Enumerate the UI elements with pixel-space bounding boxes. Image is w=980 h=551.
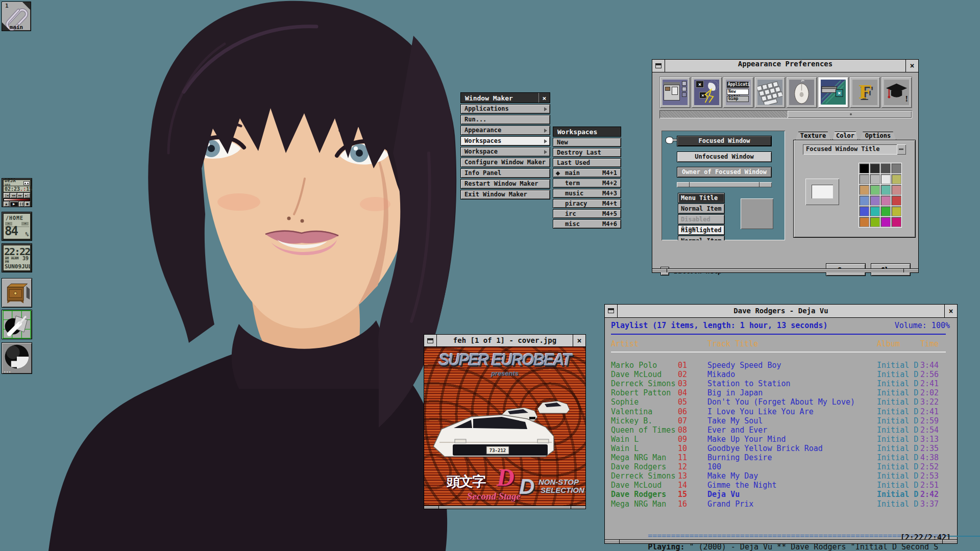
music-play-button[interactable]: ▶ bbox=[10, 202, 18, 207]
owner-window-sample[interactable]: Owner of Focused Window bbox=[677, 167, 772, 178]
miniaturize-button[interactable] bbox=[652, 60, 665, 72]
color-swatch-well[interactable] bbox=[805, 179, 839, 205]
track-row-10[interactable]: Wain L10Goodbye Yellow Brick RoadInitial… bbox=[605, 444, 957, 453]
submenu-item-new[interactable]: New bbox=[553, 138, 621, 147]
scrollbar-thumb[interactable] bbox=[788, 111, 912, 118]
workspace-clip[interactable]: 1 main bbox=[2, 2, 31, 31]
tab-texture[interactable]: Texture bbox=[795, 132, 831, 140]
track-row-09[interactable]: Wain L09Make Up Your MindInitial D3:13 bbox=[605, 435, 957, 444]
appearance-titlebar[interactable]: Appearance Preferences × bbox=[652, 60, 918, 72]
icon-row-scrollbar[interactable] bbox=[659, 110, 912, 118]
palette-color-5-1[interactable] bbox=[870, 217, 880, 227]
track-row-02[interactable]: Dave McLoud02MikadoInitial D2:56 bbox=[605, 370, 957, 379]
palette-color-1-3[interactable] bbox=[891, 174, 901, 184]
pref-tab-expert-icon[interactable]: ! bbox=[881, 77, 912, 108]
menu-item-appearance[interactable]: Appearance bbox=[460, 126, 550, 135]
submenu-item-destroy-last[interactable]: Destroy Last bbox=[553, 148, 621, 157]
close-button[interactable]: × bbox=[905, 60, 918, 72]
pref-tab-mouse-icon[interactable] bbox=[786, 77, 817, 108]
track-row-07[interactable]: Mickey B.07Take My SoulInitial D2:59 bbox=[605, 416, 957, 425]
workspace-item-music[interactable]: musicM4+3 bbox=[553, 189, 621, 198]
workspace-item-term[interactable]: termM4+2 bbox=[553, 179, 621, 188]
dock-icon-drawer[interactable] bbox=[2, 278, 32, 308]
menu-item-exit-window-maker[interactable]: Exit Window Maker bbox=[460, 190, 550, 199]
track-row-12[interactable]: Dave Rodgers12100Initial D2:52 bbox=[605, 462, 957, 471]
music-prev-track-button[interactable]: |◀ bbox=[4, 193, 10, 198]
palette-color-1-0[interactable] bbox=[859, 174, 869, 184]
palette-color-0-1[interactable] bbox=[870, 163, 880, 173]
workspace-item-misc[interactable]: miscM4+6 bbox=[553, 219, 621, 229]
track-row-03[interactable]: Derreck Simons03Station to StationInitia… bbox=[605, 379, 957, 388]
clip-next-arrow[interactable] bbox=[22, 2, 31, 10]
dock-icon-sphere[interactable]: ... bbox=[2, 342, 32, 374]
disk-right-arrow[interactable]: → bbox=[21, 222, 29, 226]
music-fast-forward-button[interactable]: ▶▶ bbox=[17, 193, 23, 198]
palette-color-0-3[interactable] bbox=[891, 163, 901, 173]
player-titlebar[interactable]: Dave Rodgers - Deja Vu × bbox=[605, 305, 957, 318]
dropdown-button-icon[interactable] bbox=[897, 144, 906, 155]
palette-color-2-1[interactable] bbox=[870, 185, 880, 195]
dock-icon-configure[interactable] bbox=[2, 310, 32, 339]
track-row-04[interactable]: Robert Patton04Big in JapanInitial D2:02 bbox=[605, 388, 957, 397]
palette-color-2-3[interactable] bbox=[891, 185, 901, 195]
workspace-item-main[interactable]: mainM4+1 bbox=[553, 168, 621, 178]
palette-color-1-2[interactable] bbox=[880, 174, 891, 184]
submenu-item-last-used[interactable]: Last Used bbox=[553, 158, 621, 167]
feh-resize-bar[interactable] bbox=[424, 506, 585, 509]
palette-color-4-1[interactable] bbox=[870, 206, 880, 216]
icon-preview-sample[interactable] bbox=[741, 198, 773, 229]
track-row-06[interactable]: Valentina06I Love You Like You AreInitia… bbox=[605, 407, 957, 416]
focused-window-sample[interactable]: Focused Window bbox=[677, 136, 772, 146]
palette-color-3-3[interactable] bbox=[891, 195, 901, 206]
palette-color-4-3[interactable] bbox=[891, 206, 901, 216]
palette-color-5-2[interactable] bbox=[880, 217, 891, 227]
menu-item-run[interactable]: Run... bbox=[460, 115, 550, 124]
menu-item-workspace[interactable]: Workspace bbox=[460, 147, 550, 157]
track-row-14[interactable]: Dave McLoud14Gimme the NightInitial D2:5… bbox=[605, 481, 957, 490]
palette-color-2-2[interactable] bbox=[880, 185, 891, 195]
music-rewind-button[interactable]: ◀◀ bbox=[10, 193, 16, 198]
music-pause-button[interactable]: ❙❙ bbox=[19, 202, 24, 207]
menu-item-applications[interactable]: Applications bbox=[460, 104, 550, 114]
player-miniaturize-button[interactable] bbox=[605, 305, 618, 317]
menu-preview-item-normal-item[interactable]: Normal Item bbox=[678, 236, 725, 240]
track-progress-bar[interactable]: ========================================… bbox=[611, 522, 952, 531]
menu-preview-item-normal-item[interactable]: Normal Item bbox=[678, 204, 725, 214]
appearance-resize-bar[interactable] bbox=[652, 268, 918, 272]
palette-color-4-2[interactable] bbox=[880, 206, 891, 216]
music-stop-button[interactable]: ■ bbox=[24, 202, 30, 207]
menu-preview-item-highlighted[interactable]: Highlighted bbox=[678, 225, 725, 235]
tab-color[interactable]: Color bbox=[832, 132, 858, 140]
color-target-dropdown[interactable]: Focused Window Title bbox=[803, 144, 906, 155]
palette-color-3-1[interactable] bbox=[870, 195, 880, 206]
root-menu-close-icon[interactable]: × bbox=[538, 93, 550, 103]
palette-color-5-0[interactable] bbox=[859, 217, 869, 227]
feh-close-button[interactable]: × bbox=[573, 335, 585, 346]
feh-miniaturize-button[interactable] bbox=[424, 335, 437, 346]
pref-tab-window-handling-icon[interactable] bbox=[659, 77, 691, 108]
palette-color-2-0[interactable] bbox=[859, 185, 869, 195]
menu-item-workspaces[interactable]: Workspaces bbox=[460, 136, 550, 146]
menu-item-info-panel[interactable]: Info Panel bbox=[460, 168, 550, 178]
track-row-01[interactable]: Marko Polo01Speedy Speed BoyInitial D3:4… bbox=[605, 361, 957, 370]
music-eject-button[interactable]: ▲ bbox=[4, 202, 9, 207]
pref-tab-keyboard-icon[interactable] bbox=[754, 77, 786, 108]
menu-preview-item-disabled-item[interactable]: Disabled Item bbox=[678, 214, 725, 224]
track-row-13[interactable]: Derreck Simons13Make My DayInitial D2:53 bbox=[605, 471, 957, 481]
dockapp-music-player[interactable]: DEJA VU 02:23 .: 15 |◀◀◀▶▶▶| ▲▶❙❙■ bbox=[2, 178, 32, 207]
pref-tab-font-icon[interactable]: F bbox=[849, 77, 880, 108]
player-resize-bar[interactable] bbox=[605, 539, 957, 543]
tab-options[interactable]: Options bbox=[860, 132, 896, 140]
track-row-05[interactable]: Sophie05Don't You (Forget About My Love)… bbox=[605, 397, 957, 407]
dockapp-clock[interactable]: 22:22 AM ALRM PM 39 SUN09JUL bbox=[2, 243, 32, 272]
dockapp-disk-monitor[interactable]: /HOME ← → 84 % bbox=[2, 212, 32, 241]
root-menu-titlebar[interactable]: Window Maker × bbox=[460, 92, 550, 103]
pref-tab-menu-preferences-icon[interactable]: ApplicatiNew Entr|Gimp bbox=[723, 77, 754, 108]
track-row-16[interactable]: Mega NRG Man16Grand PrixInitial D3:37 bbox=[605, 499, 957, 509]
palette-color-5-3[interactable] bbox=[891, 217, 901, 227]
player-close-button[interactable]: × bbox=[944, 305, 957, 317]
workspaces-submenu-titlebar[interactable]: Workspaces bbox=[553, 127, 621, 137]
music-next-track-button[interactable]: ▶| bbox=[24, 193, 30, 198]
palette-color-0-0[interactable] bbox=[859, 163, 869, 173]
menu-item-restart-window-maker[interactable]: Restart Window Maker bbox=[460, 179, 550, 189]
